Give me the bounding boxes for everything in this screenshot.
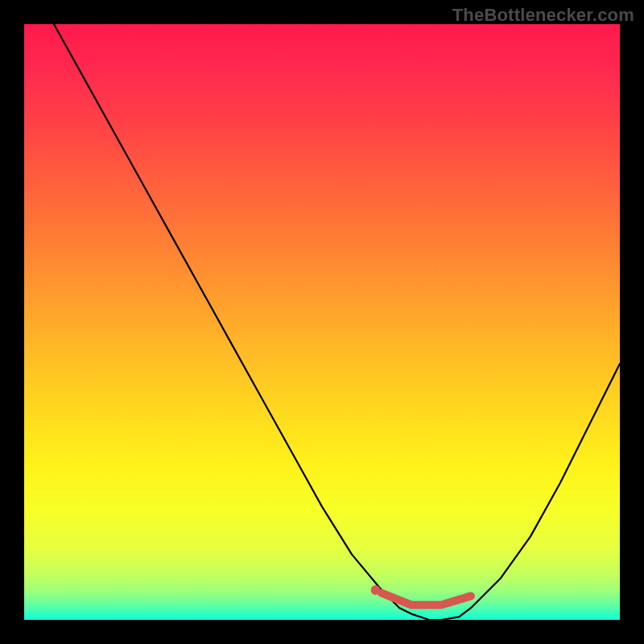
- chart-plot-area: [24, 24, 620, 620]
- watermark-label: TheBottlenecker.com: [452, 5, 634, 26]
- chart-container: TheBottlenecker.com: [0, 0, 644, 644]
